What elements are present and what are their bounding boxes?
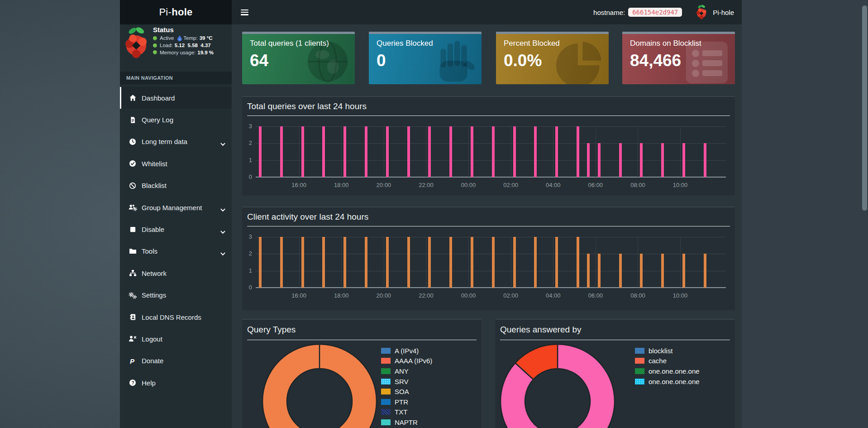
bar[interactable] [365,126,367,177]
app-logo[interactable]: Pi-hole [120,0,232,24]
sidebar-item-local-dns-records[interactable]: Local DNS Records [120,306,232,328]
bar[interactable] [598,143,601,177]
legend-item[interactable]: blocklist [635,346,700,356]
sidebar-item-whitelist[interactable]: Whitelist [120,153,232,174]
sidebar-item-donate[interactable]: P Donate [120,350,232,372]
stat-card-percent-blocked[interactable]: Percent Blocked 0.0% [496,32,609,84]
client-activity-chart[interactable]: 012316:0018:0020:0022:0000:0002:0004:000… [256,237,726,288]
x-axis-tick: 16:00 [288,182,310,188]
bar[interactable] [343,126,346,177]
legend-item[interactable]: PTR [381,397,432,407]
vertical-scrollbar[interactable] [862,5,867,211]
sidebar-item-query-log[interactable]: Query Log [120,109,232,130]
gridline [596,237,596,288]
legend-item[interactable]: AAAA (IPv6) [381,356,432,366]
hostname-label: hostname: [593,9,625,16]
sidebar-item-disable[interactable]: Disable [120,218,232,240]
bar[interactable] [577,237,579,288]
sidebar-item-network[interactable]: Network [120,262,232,284]
bar[interactable] [428,126,431,177]
bar[interactable] [449,126,452,177]
bar[interactable] [513,237,516,288]
legend-item[interactable]: TXT [381,407,432,418]
legend-item[interactable]: one.one.one.one [635,376,700,387]
sidebar-item-blacklist[interactable]: Blacklist [120,175,232,197]
bar[interactable] [555,126,558,177]
bar[interactable] [301,126,304,177]
bar[interactable] [322,126,325,177]
bar[interactable] [492,126,495,177]
temperature-flame-icon [177,35,182,41]
bar[interactable] [386,126,389,177]
bar[interactable] [301,237,304,288]
bar[interactable] [407,237,410,288]
hostname-badge: 666154e2d947 [628,8,682,17]
panel-title-query-types: Query Types [247,320,477,340]
bar[interactable] [343,237,346,288]
query-types-donut-chart[interactable] [262,343,377,428]
bar[interactable] [259,237,262,288]
legend-item[interactable]: cache [635,356,700,366]
bar[interactable] [407,126,410,177]
bar[interactable] [661,254,664,288]
bar[interactable] [640,143,643,177]
bar[interactable] [619,254,622,288]
bar[interactable] [280,126,283,177]
panel-queries-answered-by: Queries answered by blocklist cache one.… [495,319,735,428]
legend-item[interactable]: SOA [381,386,432,397]
bar[interactable] [428,237,431,288]
bar[interactable] [682,254,685,288]
x-axis-tick: 18:00 [330,292,352,299]
bar[interactable] [365,237,367,288]
legend-item[interactable]: ANY [381,366,432,376]
legend-swatch [635,379,644,385]
stat-card-domains-on-blocklist[interactable]: Domains on Blocklist 84,466 [622,32,735,84]
bar[interactable] [640,254,643,288]
sidebar-toggle-hamburger-icon[interactable] [241,10,248,15]
clock-icon [128,138,138,145]
bar[interactable] [386,237,389,288]
gridline [468,126,469,177]
total-queries-chart[interactable]: 012316:0018:0020:0022:0000:0002:0004:000… [256,126,726,177]
bar[interactable] [513,126,516,177]
sidebar-item-help[interactable]: ? Help [120,372,232,394]
bar[interactable] [471,126,473,177]
bar[interactable] [704,254,706,288]
svg-text:?: ? [131,380,134,385]
bar[interactable] [555,237,558,288]
sidebar-item-settings[interactable]: Settings [120,284,232,306]
card-top-strip [242,32,355,34]
bar[interactable] [587,143,590,177]
panel-title-client-activity: Client activity over last 24 hours [247,207,730,226]
sidebar-item-group-management[interactable]: Group Management [120,197,232,218]
bar[interactable] [449,237,452,288]
y-axis-tick: 0 [241,284,252,291]
bar[interactable] [598,254,601,288]
queries-answered-by-donut-chart[interactable] [500,343,615,428]
gridline [299,126,300,177]
stat-card-queries-blocked[interactable]: Queries Blocked 0 [369,32,482,84]
legend-item[interactable]: one.one.one.one [635,366,700,376]
bar[interactable] [577,126,579,177]
sidebar-item-logout[interactable]: Logout [120,328,232,350]
bar[interactable] [471,237,473,288]
sidebar-item-dashboard[interactable]: Dashboard [120,87,232,109]
legend-item[interactable]: SRV [381,376,432,387]
sidebar-item-long-term-data[interactable]: Long term data [120,131,232,153]
bar[interactable] [619,143,622,177]
bar[interactable] [682,143,685,177]
chevron-down-icon [220,250,225,257]
bar[interactable] [280,237,283,288]
legend-item[interactable]: NAPTR [381,417,432,428]
bar[interactable] [534,126,537,177]
bar[interactable] [322,237,325,288]
bar[interactable] [259,126,262,177]
sidebar-item-tools[interactable]: Tools [120,240,232,262]
bar[interactable] [704,143,706,177]
legend-item[interactable]: A (IPv4) [381,346,432,356]
bar[interactable] [661,143,664,177]
stat-card-total-queries-1-clients[interactable]: Total queries (1 clients) 64 [242,32,355,84]
bar[interactable] [534,237,537,288]
bar[interactable] [587,254,590,288]
bar[interactable] [492,237,495,288]
